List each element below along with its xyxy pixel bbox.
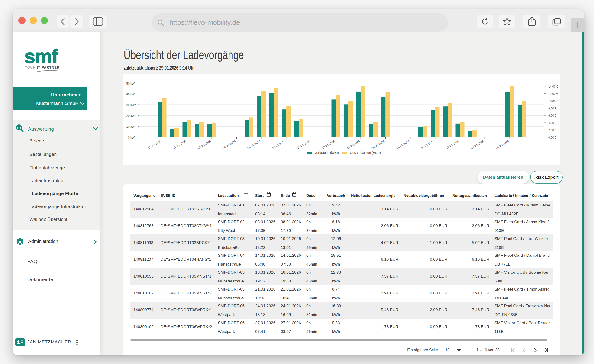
svg-text:16.01.2026: 16.01.2026 bbox=[371, 139, 385, 150]
svg-text:20.01.2026: 20.01.2026 bbox=[421, 139, 435, 150]
svg-text:2,00 €: 2,00 € bbox=[548, 129, 556, 132]
svg-text:12.01.2026: 12.01.2026 bbox=[321, 139, 336, 150]
svg-text:4,00 €: 4,00 € bbox=[548, 121, 556, 125]
svg-text:40 kWh: 40 kWh bbox=[127, 93, 136, 96]
svg-text:20 kWh: 20 kWh bbox=[127, 114, 136, 117]
svg-text:31.12.2025: 31.12.2025 bbox=[172, 139, 187, 150]
svg-text:Verbrauch (kWh): Verbrauch (kWh) bbox=[314, 151, 339, 155]
svg-text:0,00 €: 0,00 € bbox=[548, 136, 556, 139]
svg-text:26.01.2026: 26.01.2026 bbox=[495, 139, 509, 150]
svg-text:Gesamtkosten (EUR): Gesamtkosten (EUR) bbox=[350, 151, 381, 155]
svg-text:10,00 €: 10,00 € bbox=[548, 100, 558, 103]
svg-text:14.01.2026: 14.01.2026 bbox=[346, 139, 360, 150]
svg-text:10.01.2026: 10.01.2026 bbox=[297, 139, 311, 150]
svg-text:10 kWh: 10 kWh bbox=[127, 125, 136, 128]
svg-text:12,00 €: 12,00 € bbox=[548, 92, 558, 96]
svg-text:08.01.2026: 08.01.2026 bbox=[272, 139, 286, 150]
svg-text:29.12.2025: 29.12.2025 bbox=[148, 139, 162, 150]
svg-text:30 kWh: 30 kWh bbox=[127, 104, 136, 107]
svg-text:04.01.2026: 04.01.2026 bbox=[222, 139, 236, 150]
svg-text:24.01.2026: 24.01.2026 bbox=[470, 139, 485, 150]
svg-text:18.01.2026: 18.01.2026 bbox=[396, 139, 410, 150]
svg-text:06.01.2026: 06.01.2026 bbox=[247, 139, 261, 150]
svg-text:22.01.2026: 22.01.2026 bbox=[446, 139, 460, 150]
svg-text:6,00 €: 6,00 € bbox=[548, 114, 556, 117]
svg-text:8,00 €: 8,00 € bbox=[548, 107, 556, 110]
svg-text:02.01.2026: 02.01.2026 bbox=[197, 139, 211, 150]
svg-text:50 kWh: 50 kWh bbox=[127, 82, 136, 85]
svg-text:0 kWh: 0 kWh bbox=[128, 136, 136, 139]
svg-text:14,00 €: 14,00 € bbox=[548, 85, 558, 88]
